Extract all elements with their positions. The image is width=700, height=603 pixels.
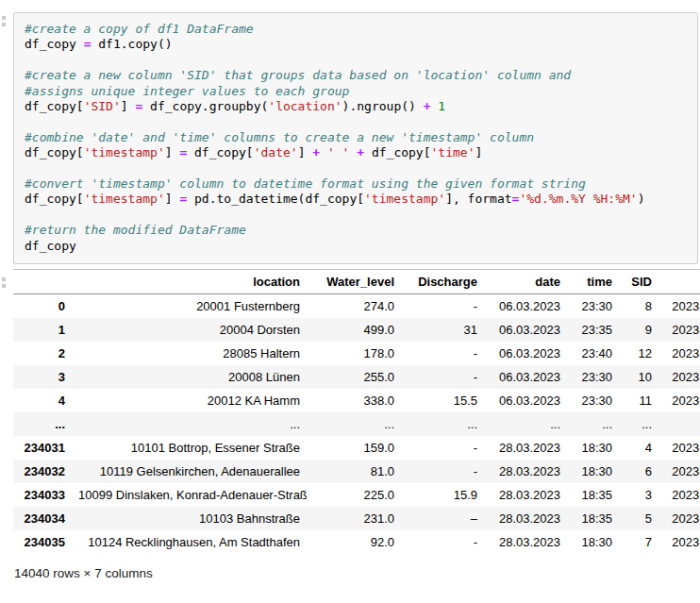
table-cell: 12: [619, 342, 658, 365]
column-header: date: [484, 270, 567, 294]
table-cell: 5: [619, 507, 658, 530]
table-cell: 20008 Lünen: [72, 365, 307, 389]
table-cell: 18:30: [567, 460, 619, 483]
table-cell: 2023-03-06 23:30:00: [658, 294, 700, 319]
table-cell: 2023-03-28 18:30:00: [658, 436, 700, 460]
table-cell: 2023-03-28 18:35:00: [658, 483, 700, 507]
table-row: 020001 Fusternberg274.0-06.03.202323:308…: [13, 294, 700, 319]
table-row: 23403410103 Bahnstraße231.0–28.03.202318…: [13, 507, 700, 530]
row-index: 234033: [13, 483, 72, 507]
code-line: df_copy['SID'] = df_copy.groupby('locati…: [25, 99, 688, 114]
table-cell: 18:35: [567, 483, 619, 507]
table-cell: 20001 Fusternberg: [72, 294, 307, 319]
notebook-page: #create a copy of df1 DataFramedf_copy =…: [0, 0, 700, 603]
table-cell: 28085 Haltern: [72, 342, 307, 365]
table-cell: 06.03.2023: [484, 294, 567, 319]
table-cell: 2023-03-06 23:40:00: [658, 342, 700, 365]
column-header: Discharge: [401, 270, 484, 294]
code-cell[interactable]: #create a copy of df1 DataFramedf_copy =…: [13, 12, 698, 264]
table-cell: 15.5: [401, 389, 484, 412]
dataframe-table: locationWater_levelDischargedatetimeSIDt…: [13, 269, 700, 554]
row-index: 2: [13, 342, 72, 365]
code-line: [25, 208, 688, 223]
table-cell: 225.0: [307, 483, 401, 507]
table-cell: 06.03.2023: [484, 389, 567, 412]
table-cell: 28.03.2023: [484, 507, 567, 530]
table-cell: 23:30: [567, 365, 619, 389]
code-line: #create a copy of df1 DataFrame: [25, 22, 688, 37]
table-row: 420012 KA Hamm338.015.506.03.202323:3011…: [13, 389, 700, 412]
output-cell-handle-icon[interactable]: [2, 277, 8, 291]
table-cell: 338.0: [307, 389, 401, 412]
table-cell: 2023-03-06 23:30:00: [658, 365, 700, 389]
table-cell: 2023-03-28 18:30:00: [658, 460, 700, 483]
table-cell: ...: [567, 412, 619, 436]
table-cell: 499.0: [307, 318, 401, 342]
handle-dot-icon: [2, 16, 6, 20]
column-header: timestamp: [658, 270, 700, 294]
table-cell: 3: [619, 483, 658, 507]
code-line: df_copy: [25, 239, 688, 254]
code-line: [25, 114, 688, 129]
output-area: locationWater_levelDischargedatetimeSIDt…: [13, 269, 687, 580]
table-cell: 23:30: [567, 389, 619, 412]
table-cell: 28.03.2023: [484, 436, 567, 460]
column-header: Water_level: [307, 270, 401, 294]
column-header: location: [72, 270, 307, 294]
table-row: 120004 Dorsten499.03106.03.202323:359202…: [13, 318, 700, 342]
code-line: [25, 53, 688, 68]
table-row: 228085 Haltern178.0-06.03.202323:4012202…: [13, 342, 700, 365]
table-cell: -: [401, 365, 484, 389]
code-cell-handle-icon[interactable]: [2, 16, 8, 29]
handle-dot-icon: [2, 284, 6, 288]
row-index: 234035: [13, 530, 72, 554]
table-cell: 28.03.2023: [484, 530, 567, 554]
table-cell: 92.0: [307, 530, 401, 554]
code-line: #return the modified DataFrame: [25, 223, 688, 238]
table-cell: -: [401, 460, 484, 483]
table-cell: ...: [658, 412, 700, 436]
table-cell: 10: [619, 365, 658, 389]
table-cell: 06.03.2023: [484, 318, 567, 342]
table-cell: 274.0: [307, 294, 401, 319]
code-line: [25, 161, 688, 176]
table-cell: –: [401, 507, 484, 530]
table-cell: ...: [619, 412, 658, 436]
code-line: #convert 'timestamp' column to datetime …: [25, 176, 688, 192]
column-header: [13, 270, 72, 294]
code-line: #combine 'date' and 'time' columns to cr…: [25, 130, 688, 145]
table-cell: 10119 Gelsenkirchen, Adenauerallee: [72, 460, 307, 483]
table-row: 23403210119 Gelsenkirchen, Adenauerallee…: [13, 460, 700, 483]
table-cell: 178.0: [307, 342, 401, 365]
table-cell: ...: [72, 412, 307, 436]
code-editor[interactable]: #create a copy of df1 DataFramedf_copy =…: [25, 22, 688, 254]
table-cell: 2023-03-06 23:35:00: [658, 318, 700, 342]
table-cell: 6: [619, 460, 658, 483]
table-cell: 31: [401, 318, 484, 342]
table-cell: 10124 Recklinghausen, Am Stadthafen: [72, 530, 307, 554]
table-cell: 23:40: [567, 342, 619, 365]
column-header: time: [567, 270, 619, 294]
table-cell: ...: [401, 412, 484, 436]
table-cell: 06.03.2023: [484, 342, 567, 365]
table-row: 23403110101 Bottrop, Essener Straße159.0…: [13, 436, 700, 460]
row-index: 234032: [13, 460, 72, 483]
table-row: 23403510124 Recklinghausen, Am Stadthafe…: [13, 530, 700, 554]
table-cell: ...: [484, 412, 567, 436]
table-cell: 7: [619, 530, 658, 554]
row-index: 234034: [13, 507, 72, 530]
table-cell: 159.0: [307, 436, 401, 460]
table-row: ........................: [13, 412, 700, 436]
table-cell: 2023-03-28 18:30:00: [658, 530, 700, 554]
table-cell: 9: [619, 318, 658, 342]
handle-dot-icon: [2, 23, 6, 26]
table-cell: -: [401, 294, 484, 319]
table-cell: 10099 Dinslaken, Konrad-Adenauer-Straße: [72, 483, 307, 507]
table-cell: 20012 KA Hamm: [72, 389, 307, 412]
table-cell: -: [401, 436, 484, 460]
table-cell: 28.03.2023: [484, 483, 567, 507]
table-cell: 23:30: [567, 294, 619, 319]
table-cell: 18:30: [567, 530, 619, 554]
code-line: #create a new column 'SID' that groups d…: [25, 68, 688, 83]
table-cell: 2023-03-28 18:35:00: [658, 507, 700, 530]
